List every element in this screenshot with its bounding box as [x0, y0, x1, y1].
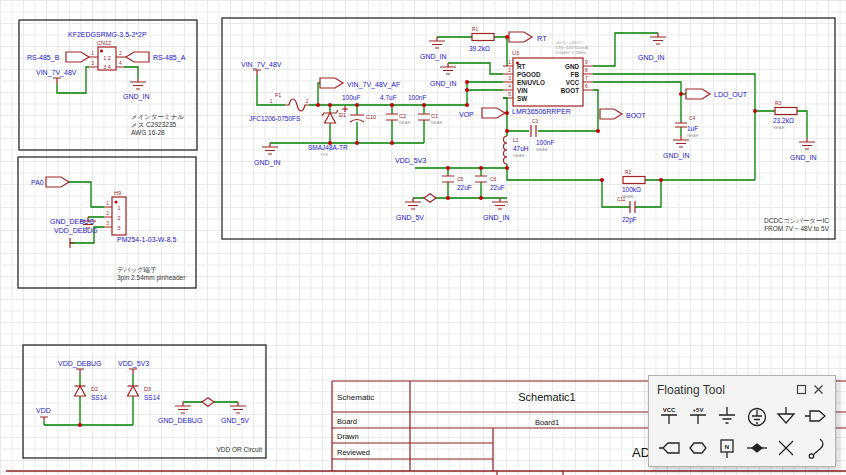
netflag-left-tool[interactable]	[654, 433, 683, 463]
refdes-f1[interactable]: F1	[275, 92, 281, 98]
title-row-label[interactable]: Reviewed	[337, 448, 370, 457]
block-frame[interactable]	[222, 18, 835, 239]
connector-block[interactable]: KF2EDGSRMG-3.5-2*2P CN12 1 2 3 4 1 2 3 4…	[19, 20, 197, 150]
ground-symbol[interactable]	[405, 198, 421, 209]
net-label-boot[interactable]: BOOT	[626, 112, 647, 119]
protective-ground-tool[interactable]	[771, 401, 800, 431]
refdes-r1[interactable]: R1	[472, 27, 478, 32]
refdes-c1[interactable]: C1	[431, 113, 438, 119]
netflag-rs485-a[interactable]	[126, 52, 149, 62]
net-label-gnd-debug[interactable]: GND_DEBUG	[158, 417, 202, 425]
net-label-vdd-5v3[interactable]: VDD_5V3	[118, 360, 149, 368]
ground-symbol[interactable]	[262, 143, 278, 154]
net-label-gnd-5v[interactable]: GND_5V	[396, 214, 424, 222]
netflag-vin-af[interactable]	[320, 78, 343, 88]
wire[interactable]	[593, 33, 807, 180]
port-pin-vin[interactable]	[53, 78, 61, 84]
net-label-rs485-b[interactable]: RS-485_B	[27, 54, 60, 62]
refdes-d2[interactable]: D2	[91, 386, 98, 392]
net-label-gnd-in[interactable]: GND_IN	[638, 54, 664, 62]
ground-symbol[interactable]	[230, 402, 246, 413]
netflag-vop[interactable]	[482, 108, 505, 118]
refdes-c4[interactable]: C4	[689, 116, 695, 121]
port-pin-vdd[interactable]	[40, 417, 48, 421]
plus5v-flag-tool[interactable]: +5V	[683, 401, 712, 431]
refdes-c10[interactable]: C10	[366, 114, 376, 120]
net-label-gnd-in[interactable]: GND_IN	[254, 159, 280, 167]
ground-tool[interactable]	[713, 401, 742, 431]
net-label-vin-af[interactable]: VIN_7V_48V_AF	[347, 81, 400, 89]
netflag-boot[interactable]	[600, 109, 622, 119]
resistor-r2[interactable]	[623, 177, 645, 184]
resistor-r1[interactable]	[472, 34, 494, 41]
capacitor-c11[interactable]	[630, 201, 635, 213]
net-label-pa0[interactable]: PA0	[31, 179, 44, 186]
earth-ground-tool[interactable]	[742, 401, 771, 431]
netflag-ldo-out[interactable]	[686, 89, 710, 99]
net-bus-tool[interactable]: N	[713, 433, 742, 463]
capacitor-c5[interactable]	[442, 176, 454, 182]
refdes-u3[interactable]: U3	[512, 50, 519, 56]
net-label-gnd-5v[interactable]: GND_5V	[221, 417, 249, 425]
maximize-button[interactable]	[793, 382, 810, 398]
ground-symbol[interactable]	[799, 138, 815, 149]
net-label-gnd-in[interactable]: GND_IN	[420, 53, 446, 61]
port-pins[interactable]	[76, 369, 137, 374]
refdes-d1[interactable]: D1	[339, 112, 346, 118]
ground-symbol[interactable]	[440, 63, 456, 74]
net-label-vdd-debug[interactable]: VDD_DEBUG	[58, 360, 102, 368]
net-tie-diamond[interactable]	[202, 398, 214, 406]
net-label-vdd-debug[interactable]: VDD_DEBUG	[54, 227, 98, 235]
ground-symbol[interactable]	[130, 78, 146, 89]
refdes-c3[interactable]: C3	[532, 119, 538, 124]
value-r3[interactable]: 23.2kΩ	[773, 117, 794, 124]
resistor-r3[interactable]	[775, 108, 797, 115]
net-label-vin[interactable]: VIN_7V_48V	[241, 61, 282, 69]
refdes-r3[interactable]: R3	[775, 101, 781, 106]
part-d3[interactable]: SS14	[144, 394, 160, 401]
title-row-label[interactable]: Board	[337, 417, 357, 426]
net-label-gnd-in[interactable]: GND_IN	[123, 93, 149, 101]
schematic-name[interactable]: Schematic1	[518, 391, 575, 403]
diode-d1-tvs[interactable]	[325, 113, 336, 123]
part-number[interactable]: KF2EDGSRMG-3.5-2*2P	[68, 31, 147, 38]
refdes-c2[interactable]: C2	[399, 113, 406, 119]
refdes-c6[interactable]: C6	[490, 177, 496, 182]
palette-titlebar[interactable]: Floating Tool	[649, 376, 835, 400]
debug-header-block[interactable]: PA0 H9 1 2 3 1 2 3 GND_DEBUG VDD_DEBUG P…	[18, 157, 196, 288]
capacitor-c6[interactable]	[475, 176, 487, 182]
no-connect-tool[interactable]	[771, 433, 800, 463]
close-button[interactable]	[810, 382, 827, 398]
net-label-rt[interactable]: RT	[537, 34, 547, 43]
ground-symbol[interactable]	[650, 33, 666, 44]
vcc-flag-tool[interactable]: VCC	[654, 401, 683, 431]
net-label-gnd-in[interactable]: GND_IN	[430, 80, 456, 88]
part-f1[interactable]: JFC1206-0750FS	[249, 115, 301, 122]
refdes-cn12[interactable]: CN12	[97, 40, 111, 46]
value-l1[interactable]: 47uH	[513, 145, 529, 152]
value-c11[interactable]: 22pF	[622, 216, 637, 224]
value-c10[interactable]: 100uF	[342, 94, 360, 101]
value-r2[interactable]: 100kΩ	[622, 186, 641, 193]
value-c6[interactable]: 22uF	[490, 184, 505, 191]
value-c4[interactable]: 1uF	[687, 125, 698, 132]
refdes-d3[interactable]: D3	[144, 386, 151, 392]
capacitor-c3[interactable]	[531, 125, 536, 137]
refdes-r2[interactable]: R2	[625, 170, 631, 175]
value-r1[interactable]: 39.2kΩ	[469, 45, 490, 52]
board-name[interactable]: Board1	[535, 418, 559, 427]
capacitor-c1[interactable]	[418, 114, 430, 120]
part-number[interactable]: PM254-1-03-W-8.5	[117, 236, 177, 243]
port-pin-vdd-debug[interactable]	[70, 238, 74, 248]
value-c3[interactable]: 100nF	[536, 139, 554, 146]
netflag-rt[interactable]	[509, 32, 532, 42]
ground-symbol[interactable]	[429, 37, 445, 48]
wire[interactable]	[437, 37, 509, 74]
probe-tool[interactable]	[801, 433, 830, 463]
netflag-rs485-b[interactable]	[66, 52, 89, 62]
value-c2[interactable]: 4.7uF	[380, 94, 397, 101]
refdes-h9[interactable]: H9	[114, 190, 121, 196]
net-label-vdd[interactable]: VDD	[36, 407, 51, 414]
value-c5[interactable]: 22uF	[457, 184, 472, 191]
net-label-tool[interactable]	[683, 433, 712, 463]
